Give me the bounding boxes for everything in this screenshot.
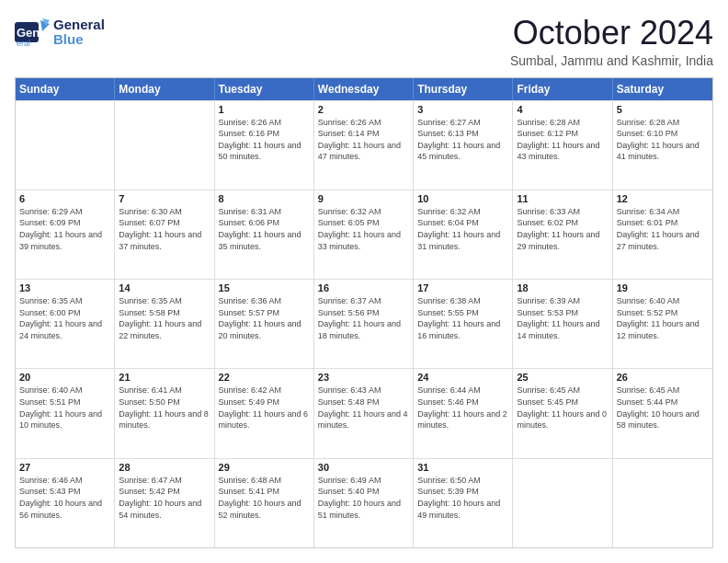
cell-date: 26	[617, 372, 709, 383]
calendar-row-2: 13Sunrise: 6:35 AMSunset: 6:00 PMDayligh…	[16, 279, 712, 368]
cell-info: Sunrise: 6:47 AMSunset: 5:42 PMDaylight:…	[119, 475, 210, 521]
month-title: October 2024	[510, 15, 713, 52]
calendar-row-4: 27Sunrise: 6:46 AMSunset: 5:43 PMDayligh…	[16, 458, 712, 547]
cell-info: Sunrise: 6:36 AMSunset: 5:57 PMDaylight:…	[219, 295, 310, 341]
cell-date: 28	[119, 462, 210, 473]
cell-date: 23	[318, 372, 409, 383]
cell-date: 4	[517, 104, 608, 115]
calendar-cell-0-2: 1Sunrise: 6:26 AMSunset: 6:16 PMDaylight…	[215, 101, 314, 190]
calendar-cell-4-4: 31Sunrise: 6:50 AMSunset: 5:39 PMDayligh…	[414, 459, 513, 547]
cell-date: 7	[119, 193, 210, 204]
calendar-row-1: 6Sunrise: 6:29 AMSunset: 6:09 PMDaylight…	[16, 190, 712, 279]
cell-date: 31	[417, 462, 508, 473]
cell-info: Sunrise: 6:38 AMSunset: 5:55 PMDaylight:…	[417, 295, 508, 341]
cell-info: Sunrise: 6:32 AMSunset: 6:04 PMDaylight:…	[417, 206, 508, 252]
cell-date: 12	[617, 193, 709, 204]
cell-date: 9	[318, 193, 409, 204]
logo: Gen eral General Blue	[15, 15, 105, 50]
cell-info: Sunrise: 6:31 AMSunset: 6:06 PMDaylight:…	[219, 206, 310, 252]
calendar-cell-1-1: 7Sunrise: 6:30 AMSunset: 6:07 PMDaylight…	[115, 190, 214, 279]
svg-text:Gen: Gen	[17, 26, 40, 40]
calendar-row-0: 1Sunrise: 6:26 AMSunset: 6:16 PMDaylight…	[16, 100, 712, 190]
cell-info: Sunrise: 6:48 AMSunset: 5:41 PMDaylight:…	[219, 475, 310, 521]
calendar: Sunday Monday Tuesday Wednesday Thursday…	[15, 77, 713, 548]
cell-info: Sunrise: 6:40 AMSunset: 5:52 PMDaylight:…	[617, 295, 709, 341]
cell-date: 3	[417, 104, 508, 115]
calendar-cell-3-5: 25Sunrise: 6:45 AMSunset: 5:45 PMDayligh…	[513, 369, 612, 457]
calendar-cell-0-4: 3Sunrise: 6:27 AMSunset: 6:13 PMDaylight…	[414, 101, 513, 190]
cell-info: Sunrise: 6:35 AMSunset: 6:00 PMDaylight:…	[19, 295, 110, 341]
cell-date: 6	[19, 193, 110, 204]
cell-info: Sunrise: 6:50 AMSunset: 5:39 PMDaylight:…	[417, 475, 508, 521]
header-saturday: Saturday	[613, 78, 712, 100]
cell-date: 16	[318, 282, 409, 293]
calendar-cell-3-6: 26Sunrise: 6:45 AMSunset: 5:44 PMDayligh…	[613, 369, 712, 457]
header-thursday: Thursday	[414, 78, 513, 100]
calendar-row-3: 20Sunrise: 6:40 AMSunset: 5:51 PMDayligh…	[16, 368, 712, 457]
page: Gen eral General Blue October 2024 Sumba…	[0, 0, 728, 563]
cell-date: 22	[219, 372, 310, 383]
cell-info: Sunrise: 6:29 AMSunset: 6:09 PMDaylight:…	[19, 206, 110, 252]
calendar-cell-1-2: 8Sunrise: 6:31 AMSunset: 6:06 PMDaylight…	[215, 190, 314, 279]
cell-info: Sunrise: 6:28 AMSunset: 6:10 PMDaylight:…	[617, 117, 709, 163]
cell-info: Sunrise: 6:30 AMSunset: 6:07 PMDaylight:…	[119, 206, 210, 252]
cell-date: 5	[617, 104, 709, 115]
cell-date: 30	[318, 462, 409, 473]
calendar-cell-4-5	[513, 459, 612, 547]
header: Gen eral General Blue October 2024 Sumba…	[15, 15, 713, 68]
header-monday: Monday	[115, 78, 214, 100]
cell-date: 2	[318, 104, 409, 115]
cell-info: Sunrise: 6:44 AMSunset: 5:46 PMDaylight:…	[417, 385, 508, 431]
calendar-cell-2-5: 18Sunrise: 6:39 AMSunset: 5:53 PMDayligh…	[513, 280, 612, 368]
cell-date: 10	[417, 193, 508, 204]
cell-info: Sunrise: 6:33 AMSunset: 6:02 PMDaylight:…	[517, 206, 608, 252]
calendar-cell-0-1	[115, 101, 214, 190]
calendar-cell-2-0: 13Sunrise: 6:35 AMSunset: 6:00 PMDayligh…	[16, 280, 115, 368]
header-wednesday: Wednesday	[314, 78, 414, 100]
cell-date: 17	[417, 282, 508, 293]
calendar-cell-1-5: 11Sunrise: 6:33 AMSunset: 6:02 PMDayligh…	[513, 190, 612, 279]
cell-info: Sunrise: 6:27 AMSunset: 6:13 PMDaylight:…	[417, 117, 508, 163]
calendar-cell-1-6: 12Sunrise: 6:34 AMSunset: 6:01 PMDayligh…	[613, 190, 712, 279]
calendar-cell-3-0: 20Sunrise: 6:40 AMSunset: 5:51 PMDayligh…	[16, 369, 115, 457]
logo-line2: Blue	[53, 32, 105, 48]
calendar-cell-2-1: 14Sunrise: 6:35 AMSunset: 5:58 PMDayligh…	[115, 280, 214, 368]
logo-line1: General	[53, 17, 105, 33]
calendar-cell-1-0: 6Sunrise: 6:29 AMSunset: 6:09 PMDaylight…	[16, 190, 115, 279]
cell-info: Sunrise: 6:46 AMSunset: 5:43 PMDaylight:…	[19, 475, 110, 521]
header-friday: Friday	[513, 78, 612, 100]
calendar-cell-4-0: 27Sunrise: 6:46 AMSunset: 5:43 PMDayligh…	[16, 459, 115, 547]
cell-date: 24	[417, 372, 508, 383]
cell-info: Sunrise: 6:40 AMSunset: 5:51 PMDaylight:…	[19, 385, 110, 431]
calendar-cell-3-3: 23Sunrise: 6:43 AMSunset: 5:48 PMDayligh…	[314, 369, 414, 457]
location: Sumbal, Jammu and Kashmir, India	[510, 53, 713, 68]
cell-date: 15	[219, 282, 310, 293]
cell-date: 21	[119, 372, 210, 383]
calendar-cell-0-0	[16, 101, 115, 190]
cell-info: Sunrise: 6:26 AMSunset: 6:14 PMDaylight:…	[318, 117, 409, 163]
calendar-header: Sunday Monday Tuesday Wednesday Thursday…	[16, 78, 712, 100]
calendar-cell-1-3: 9Sunrise: 6:32 AMSunset: 6:05 PMDaylight…	[314, 190, 414, 279]
cell-info: Sunrise: 6:42 AMSunset: 5:49 PMDaylight:…	[219, 385, 310, 431]
cell-info: Sunrise: 6:34 AMSunset: 6:01 PMDaylight:…	[617, 206, 709, 252]
calendar-body: 1Sunrise: 6:26 AMSunset: 6:16 PMDaylight…	[16, 100, 712, 547]
svg-text:eral: eral	[17, 39, 30, 48]
calendar-cell-0-3: 2Sunrise: 6:26 AMSunset: 6:14 PMDaylight…	[314, 101, 414, 190]
calendar-cell-4-1: 28Sunrise: 6:47 AMSunset: 5:42 PMDayligh…	[115, 459, 214, 547]
calendar-cell-4-6	[613, 459, 712, 547]
cell-info: Sunrise: 6:37 AMSunset: 5:56 PMDaylight:…	[318, 295, 409, 341]
cell-info: Sunrise: 6:49 AMSunset: 5:40 PMDaylight:…	[318, 475, 409, 521]
calendar-cell-3-4: 24Sunrise: 6:44 AMSunset: 5:46 PMDayligh…	[414, 369, 513, 457]
calendar-cell-2-6: 19Sunrise: 6:40 AMSunset: 5:52 PMDayligh…	[613, 280, 712, 368]
calendar-cell-4-2: 29Sunrise: 6:48 AMSunset: 5:41 PMDayligh…	[215, 459, 314, 547]
calendar-cell-2-4: 17Sunrise: 6:38 AMSunset: 5:55 PMDayligh…	[414, 280, 513, 368]
cell-date: 8	[219, 193, 310, 204]
calendar-cell-3-1: 21Sunrise: 6:41 AMSunset: 5:50 PMDayligh…	[115, 369, 214, 457]
calendar-cell-3-2: 22Sunrise: 6:42 AMSunset: 5:49 PMDayligh…	[215, 369, 314, 457]
cell-info: Sunrise: 6:43 AMSunset: 5:48 PMDaylight:…	[318, 385, 409, 431]
cell-info: Sunrise: 6:26 AMSunset: 6:16 PMDaylight:…	[219, 117, 310, 163]
cell-date: 18	[517, 282, 608, 293]
cell-date: 25	[517, 372, 608, 383]
cell-info: Sunrise: 6:32 AMSunset: 6:05 PMDaylight:…	[318, 206, 409, 252]
cell-date: 19	[617, 282, 709, 293]
